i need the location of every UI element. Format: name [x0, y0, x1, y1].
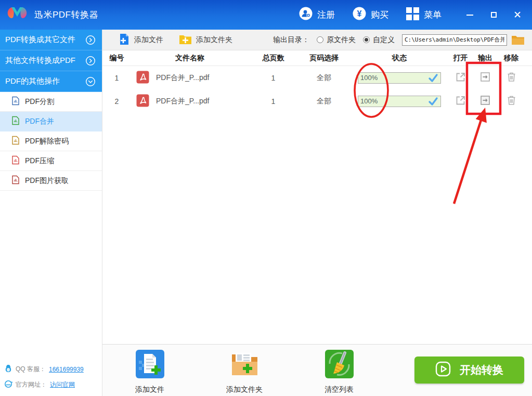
start-convert-label: 开始转换 [460, 363, 503, 377]
output-dir-label: 输出目录： [273, 35, 309, 45]
sidebar-item-label: PDF合并 [25, 117, 54, 126]
section-label: 其他文件转换成PDF [5, 56, 75, 65]
menu-button[interactable]: 菜单 [406, 7, 442, 23]
col-page-range: 页码选择 [298, 54, 350, 63]
file-list-empty-area [102, 113, 532, 344]
add-folder-big-label: 添加文件夹 [226, 385, 263, 394]
sidebar-item-pdf-remove-password[interactable]: PDF解除密码 [0, 131, 102, 151]
pdf-doc-icon [11, 116, 20, 127]
sidebar-item-pdf-compress[interactable]: PDF压缩 [0, 151, 102, 171]
sidebar-item-label: PDF分割 [25, 97, 54, 107]
chevron-right-circle-icon [85, 35, 96, 45]
progress-bar: 100% [358, 96, 441, 107]
play-icon [435, 361, 451, 379]
app-logo-icon [5, 4, 29, 27]
add-folder-big-button[interactable]: 添加文件夹 [221, 349, 268, 394]
register-button[interactable]: 注册 [299, 7, 335, 23]
output-file-icon[interactable] [479, 95, 491, 106]
top-toolbar: 添加文件 添加文件夹 输出目录： 原文件夹 自定义 [102, 30, 532, 50]
progress-percent: 100% [360, 74, 378, 82]
file-name: PDF合并_P...pdf [156, 97, 209, 106]
add-file-label: 添加文件 [134, 35, 163, 45]
main-panel: 添加文件 添加文件夹 输出目录： 原文件夹 自定义 [102, 30, 532, 396]
open-file-icon[interactable] [455, 71, 466, 83]
app-window: 迅米PDF转换器 注册 [0, 0, 532, 396]
file-name: PDF合并_P...pdf [156, 73, 209, 83]
register-label: 注册 [317, 9, 335, 21]
add-file-icon [119, 33, 130, 47]
section-label: PDF的其他操作 [5, 76, 60, 86]
add-file-big-button[interactable]: 添加文件 [126, 349, 173, 394]
trash-icon[interactable] [506, 71, 517, 83]
buy-label: 购买 [371, 9, 388, 21]
page-count: 1 [249, 97, 298, 105]
menu-label: 菜单 [424, 9, 442, 21]
browser-e-icon [4, 380, 12, 390]
add-file-big-icon [135, 349, 165, 380]
clear-list-big-button[interactable]: 清空列表 [316, 349, 362, 394]
output-file-icon[interactable] [479, 71, 491, 83]
titlebar: 迅米PDF转换器 注册 [0, 0, 532, 30]
sidebar-section-pdf-to-other[interactable]: PDF转换成其它文件 [0, 30, 102, 50]
grid-menu-icon [406, 7, 419, 23]
pdf-doc-icon [11, 136, 20, 147]
bottom-toolbar: 添加文件 添加文件夹 [102, 344, 532, 396]
official-site-label: 官方网址： [16, 380, 47, 389]
col-output: 输出 [472, 54, 498, 63]
maximize-button[interactable] [489, 11, 498, 19]
official-site-link[interactable]: 访问官网 [50, 380, 75, 389]
minimize-button[interactable] [465, 11, 474, 19]
check-icon [428, 73, 438, 83]
chevron-down-circle-icon [85, 76, 96, 87]
page-range: 全部 [298, 73, 350, 83]
pdf-doc-icon [11, 96, 20, 107]
radio-circle-icon [317, 36, 323, 43]
output-path-input[interactable] [402, 34, 507, 46]
col-filename: 文件名称 [131, 54, 249, 63]
sidebar-section-other-to-pdf[interactable]: 其他文件转换成PDF [0, 50, 102, 71]
sidebar-section-pdf-other-ops[interactable]: PDF的其他操作 [0, 71, 102, 92]
sidebar-item-pdf-merge[interactable]: PDF合并 [0, 112, 102, 131]
add-folder-big-icon [230, 349, 259, 380]
radio-custom-folder[interactable]: 自定义 [363, 35, 395, 45]
sidebar-item-pdf-split[interactable]: PDF分割 [0, 92, 102, 112]
table-row: 1 PDF合并_P...pdf 1 全部 100% [102, 66, 532, 89]
radio-source-folder[interactable]: 原文件夹 [317, 35, 356, 45]
qq-service-label: QQ 客服： [16, 365, 46, 374]
add-file-button[interactable]: 添加文件 [119, 33, 163, 47]
col-status: 状态 [350, 54, 449, 63]
pdf-file-icon [136, 94, 149, 109]
app-branding: 迅米PDF转换器 [0, 4, 299, 27]
qq-icon [4, 364, 12, 374]
add-file-big-label: 添加文件 [135, 385, 164, 394]
register-user-icon [299, 7, 313, 23]
row-number: 2 [102, 97, 131, 105]
check-icon [428, 97, 438, 106]
qq-number-link[interactable]: 1661699939 [49, 366, 84, 373]
table-header: 编号 文件名称 总页数 页码选择 状态 打开 输出 移除 [102, 50, 532, 66]
radio-circle-checked-icon [363, 36, 370, 43]
radio-custom-label: 自定义 [373, 35, 395, 45]
pdf-file-icon [136, 71, 149, 85]
close-button[interactable]: ✕ [513, 11, 522, 19]
sidebar-item-label: PDF图片获取 [25, 176, 69, 186]
col-no: 编号 [102, 54, 131, 63]
progress-percent: 100% [360, 97, 378, 105]
section-label: PDF转换成其它文件 [5, 35, 75, 45]
app-title: 迅米PDF转换器 [34, 9, 98, 21]
sidebar: PDF转换成其它文件 其他文件转换成PDF PDF的其他操作 [0, 30, 102, 396]
start-convert-button[interactable]: 开始转换 [414, 357, 524, 384]
browse-folder-icon[interactable] [511, 34, 525, 45]
col-remove: 移除 [498, 54, 524, 63]
add-folder-button[interactable]: 添加文件夹 [179, 34, 232, 46]
sidebar-item-pdf-extract-images[interactable]: PDF图片获取 [0, 171, 102, 191]
table-row: 2 PDF合并_P...pdf 1 全部 100% [102, 89, 532, 113]
clear-list-broom-icon [325, 349, 354, 380]
add-folder-label: 添加文件夹 [196, 35, 232, 45]
open-file-icon[interactable] [455, 95, 466, 106]
trash-icon[interactable] [506, 95, 517, 106]
page-count: 1 [249, 74, 298, 82]
col-open: 打开 [449, 54, 472, 63]
pdf-doc-icon [11, 155, 20, 166]
buy-button[interactable]: ¥ 购买 [353, 7, 388, 23]
